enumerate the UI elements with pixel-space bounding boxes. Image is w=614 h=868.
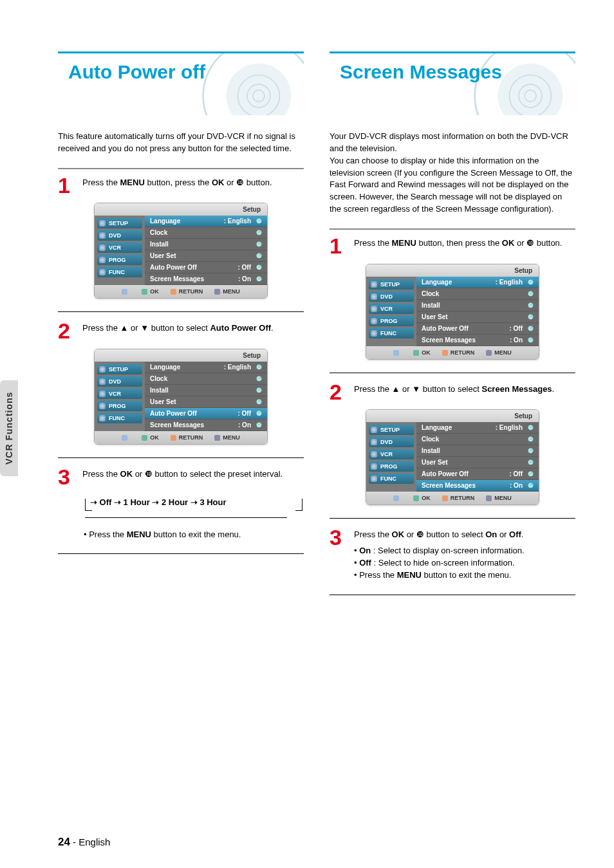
- intro-text: This feature automatically turns off you…: [58, 131, 304, 155]
- move-icon: [393, 349, 402, 356]
- divider: [330, 373, 575, 373]
- osd-row: Auto Power Off: Off❿: [145, 262, 267, 273]
- divider: [330, 518, 575, 519]
- section-header-auto-power-off: Auto Power off: [58, 51, 304, 115]
- step-text: Press the MENU button, then press the OK…: [354, 236, 562, 250]
- divider: [58, 311, 304, 312]
- section-title: Auto Power off: [68, 61, 293, 83]
- osd-row: Language: English❿: [145, 216, 267, 227]
- osd-row: Clock❿: [416, 288, 539, 300]
- osd-row: Screen Messages: On❿: [416, 335, 539, 346]
- step-number: 3: [330, 528, 346, 548]
- step-number: 2: [330, 382, 346, 402]
- osd-header: Setup: [95, 203, 267, 216]
- osd-row: Install❿: [145, 385, 267, 396]
- cycle-return-line: [85, 517, 287, 518]
- osd-row: User Set❿: [145, 396, 267, 408]
- osd-row: Screen Messages: On❿: [416, 480, 539, 492]
- osd-footer: OK RETURN MENU: [95, 285, 267, 298]
- side-tab: VCR Functions: [0, 380, 18, 476]
- osd-row: Language: English❿: [416, 422, 539, 434]
- osd-side-func: FUNC: [97, 267, 142, 277]
- left-column: Auto Power off This feature automaticall…: [58, 51, 304, 604]
- osd-row: Auto Power Off: Off❿: [416, 323, 539, 335]
- osd-sidebar: SETUP DVD VCR PROG FUNC: [95, 216, 145, 285]
- step-number: 3: [58, 467, 75, 487]
- section-header-screen-messages: Screen Messages: [330, 51, 575, 115]
- osd-menu-list: Language: English❿ Clock❿ Install❿ User …: [145, 216, 267, 285]
- divider: [330, 228, 575, 230]
- osd-row: Clock❿: [416, 434, 539, 445]
- step-3: 3 Press the OK or ❿ button to select On …: [330, 528, 575, 581]
- step-1: 1 Press the MENU button, then press the …: [330, 236, 575, 256]
- osd-menu: Setup SETUP DVD VCR PROG FUNC Language: …: [366, 264, 539, 360]
- bullet: • Press the MENU button to exit the menu…: [84, 528, 304, 541]
- osd-menu: Setup SETUP DVD VCR PROG FUNC Language: …: [366, 409, 539, 505]
- osd-menu: Setup SETUP DVD VCR PROG FUNC Language: …: [94, 203, 268, 299]
- osd-row: Install❿: [145, 239, 267, 250]
- step-2: 2 Press the ▲ or ▼ button to select Auto…: [58, 321, 304, 341]
- step-number: 1: [330, 236, 346, 256]
- divider: [330, 595, 575, 595]
- move-icon: [122, 288, 130, 295]
- step-number: 1: [58, 176, 75, 196]
- osd-side-setup: SETUP: [97, 218, 142, 228]
- step-2: 2 Press the ▲ or ▼ button to select Scre…: [330, 382, 575, 402]
- osd-row: Screen Messages: On❿: [145, 420, 267, 431]
- osd-side-prog: PROG: [97, 255, 142, 265]
- cycle-options: ➝ Off ➝ 1 Hour ➝ 2 Hour ➝ 3 Hour: [84, 496, 304, 508]
- divider: [58, 553, 304, 554]
- step-text: Press the MENU button, press the OK or ❿…: [82, 176, 272, 189]
- chevron-right-icon: ❿: [256, 217, 262, 225]
- divider: [58, 168, 304, 169]
- intro-text: Your DVD-VCR displays most information o…: [330, 131, 575, 216]
- step-3: 3 Press the OK or ❿ button to select the…: [58, 467, 304, 487]
- osd-row: User Set❿: [416, 457, 539, 468]
- osd-row: User Set❿: [416, 311, 539, 323]
- osd-row: Install❿: [416, 300, 539, 311]
- step-text: Press the ▲ or ▼ button to select Auto P…: [82, 321, 274, 335]
- page-number: 24 - English: [58, 836, 110, 849]
- osd-row: User Set❿: [145, 250, 267, 262]
- step-text: Press the ▲ or ▼ button to select Screen…: [354, 382, 554, 396]
- osd-menu: Setup SETUP DVD VCR PROG FUNC Language: …: [94, 349, 268, 445]
- divider: [58, 457, 304, 458]
- right-column: Screen Messages Your DVD-VCR displays mo…: [330, 51, 575, 604]
- osd-side-vcr: VCR: [97, 243, 142, 253]
- step-number: 2: [58, 321, 75, 341]
- section-title: Screen Messages: [340, 61, 565, 83]
- move-icon: [393, 495, 402, 501]
- move-icon: [122, 434, 130, 441]
- step-text: Press the OK or ❿ button to select On or…: [354, 528, 525, 581]
- osd-row: Screen Messages: On❿: [145, 273, 267, 285]
- osd-row: Language: English❿: [145, 362, 267, 373]
- osd-row: Clock❿: [145, 373, 267, 385]
- osd-row: Auto Power Off: Off❿: [145, 408, 267, 420]
- osd-row: Auto Power Off: Off❿: [416, 468, 539, 480]
- step-text: Press the OK or ❿ button to select the p…: [82, 467, 283, 481]
- osd-row: Language: English❿: [416, 277, 539, 288]
- osd-row: Clock❿: [145, 227, 267, 239]
- osd-row: Install❿: [416, 445, 539, 457]
- osd-side-dvd: DVD: [97, 230, 142, 241]
- step-1: 1 Press the MENU button, press the OK or…: [58, 176, 304, 196]
